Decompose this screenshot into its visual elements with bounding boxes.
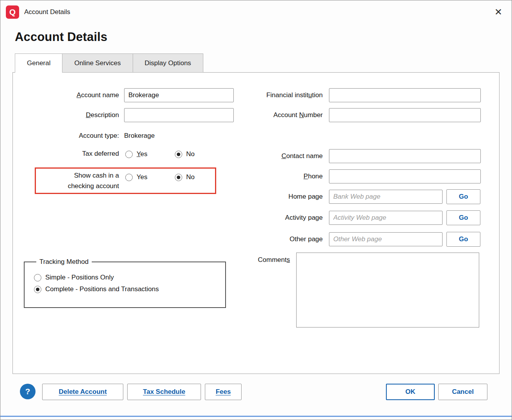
home-page-go-button[interactable]: Go (446, 189, 480, 204)
comments-textarea[interactable] (296, 253, 479, 327)
tracking-simple-option: Simple - Positions Only (34, 274, 225, 281)
financial-institution-label: Financial institution (206, 88, 323, 102)
account-number-input[interactable] (329, 108, 481, 122)
description-label: Description (21, 108, 119, 122)
phone-label: Phone (206, 169, 323, 183)
account-type-value: Brokerage (124, 131, 155, 141)
show-cash-label-line2: checking account (68, 182, 119, 190)
activity-page-go-button[interactable]: Go (446, 210, 480, 225)
tab-online-services[interactable]: Online Services (62, 53, 133, 73)
titlebar: Q Account Details ✕ (0, 0, 512, 24)
ok-button[interactable]: OK (386, 384, 435, 400)
show-cash-yes-option: Yes (125, 173, 148, 181)
phone-input[interactable] (329, 169, 481, 183)
tracking-complete-label[interactable]: Complete - Positions and Transactions (45, 285, 159, 293)
home-page-label: Home page (206, 190, 323, 204)
account-details-dialog: Q Account Details ✕ Account Details Gene… (0, 0, 512, 420)
show-cash-no-option: No (175, 173, 195, 181)
quicken-icon: Q (6, 5, 19, 19)
tax-deferred-no-option: No (175, 150, 195, 158)
show-cash-no-label[interactable]: No (186, 173, 195, 181)
cancel-button[interactable]: Cancel (438, 384, 487, 400)
account-number-label: Account Number (206, 108, 323, 122)
tax-deferred-yes-label[interactable]: Yes (137, 150, 148, 158)
show-cash-yes-label[interactable]: Yes (137, 173, 148, 181)
tracking-method-legend: Tracking Method (36, 258, 92, 266)
tracking-complete-radio[interactable] (34, 286, 41, 293)
general-tab-panel: Account name Description Account type: B… (12, 72, 500, 374)
show-cash-label-line1: Show cash in a (74, 172, 119, 179)
activity-page-label: Activity page (206, 211, 323, 225)
tax-deferred-yes-radio[interactable] (125, 151, 133, 158)
financial-institution-input[interactable] (329, 88, 481, 102)
other-page-label: Other page (206, 232, 323, 246)
show-cash-yes-radio[interactable] (125, 174, 133, 181)
comments-label: Comments (173, 254, 290, 266)
tax-deferred-yes-option: Yes (125, 150, 148, 158)
show-cash-no-radio[interactable] (175, 174, 182, 181)
tax-deferred-label: Tax deferred (21, 149, 119, 159)
fees-button[interactable]: Fees (205, 384, 242, 400)
window-bottom-accent (0, 416, 512, 417)
tax-schedule-button[interactable]: Tax Schedule (127, 384, 201, 400)
home-page-input[interactable] (329, 190, 443, 204)
account-type-label: Account type: (21, 131, 119, 141)
account-name-label: Account name (21, 88, 119, 102)
tracking-complete-option: Complete - Positions and Transactions (34, 285, 225, 293)
tracking-simple-label[interactable]: Simple - Positions Only (45, 274, 114, 281)
other-page-input[interactable] (329, 232, 443, 246)
tax-deferred-no-label[interactable]: No (186, 150, 195, 158)
activity-page-input[interactable] (329, 211, 443, 225)
tab-display-options[interactable]: Display Options (133, 53, 203, 73)
help-icon[interactable]: ? (20, 384, 36, 399)
contact-name-input[interactable] (329, 149, 481, 163)
tax-deferred-no-radio[interactable] (175, 151, 182, 158)
tab-bar: General Online Services Display Options (15, 53, 512, 73)
delete-account-button[interactable]: Delete Account (42, 384, 123, 400)
quicken-icon-letter: Q (9, 7, 16, 17)
tab-general[interactable]: General (15, 53, 62, 73)
page-title: Account Details (15, 30, 512, 44)
tracking-simple-radio[interactable] (34, 274, 41, 281)
window-title: Account Details (24, 8, 70, 16)
contact-name-label: Contact name (206, 149, 323, 163)
dialog-footer: ? Delete Account Tax Schedule Fees OK Ca… (0, 374, 512, 417)
show-cash-label: Show cash in a checking account (21, 170, 119, 191)
close-icon[interactable]: ✕ (494, 7, 502, 17)
other-page-go-button[interactable]: Go (446, 232, 480, 247)
